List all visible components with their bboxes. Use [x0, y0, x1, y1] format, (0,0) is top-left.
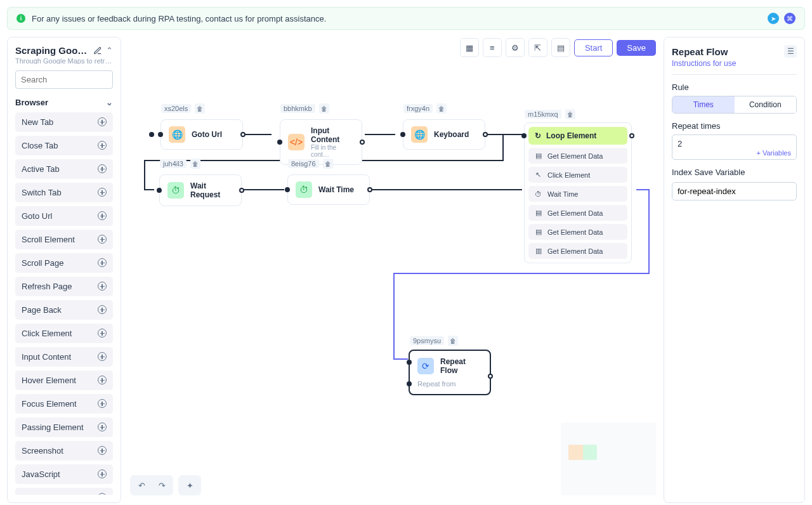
- loop-child[interactable]: ▤Get Element Data: [528, 205, 627, 221]
- left-panel: Scraping Google… ⌃ Through Google Maps t…: [7, 37, 121, 503]
- action-label: Screenshot: [22, 446, 63, 456]
- node-wait-time[interactable]: 8eisg76🗑 ⏱Wait Time: [287, 174, 370, 205]
- action-label: Active Tab: [22, 164, 60, 174]
- action-item[interactable]: Switch Tab: [15, 183, 113, 202]
- action-item[interactable]: Close Tab: [15, 136, 113, 155]
- delete-icon[interactable]: 🗑: [190, 159, 200, 169]
- action-label: Refresh Page: [22, 282, 72, 291]
- add-icon[interactable]: [98, 493, 107, 495]
- loop-child[interactable]: ⏱Wait Time: [528, 186, 627, 202]
- add-icon[interactable]: [98, 164, 107, 173]
- add-icon[interactable]: [98, 376, 107, 384]
- redo-button[interactable]: ↷: [153, 478, 171, 493]
- action-item[interactable]: Focus Element: [15, 394, 113, 414]
- instructions-link[interactable]: Instructions for use: [672, 59, 797, 68]
- category-header[interactable]: Browser ⌄: [15, 98, 113, 107]
- add-icon[interactable]: [98, 235, 107, 244]
- loop-child[interactable]: ▥Get Element Data: [528, 243, 627, 259]
- child-icon: ↖: [534, 171, 542, 179]
- flow-canvas[interactable]: xs20els🗑 🌐Goto Url bbhkmkb🗑 </>Input Con…: [129, 37, 656, 503]
- start-button[interactable]: Start: [574, 39, 613, 56]
- add-icon[interactable]: [98, 469, 107, 478]
- notes-icon[interactable]: ▤: [551, 38, 570, 57]
- add-icon[interactable]: [98, 211, 107, 220]
- times-tab[interactable]: Times: [672, 96, 735, 113]
- category-label: Browser: [15, 98, 48, 107]
- action-item[interactable]: Cookie Manager: [15, 488, 113, 495]
- action-item[interactable]: Screenshot: [15, 441, 113, 461]
- action-item[interactable]: Scroll Element: [15, 230, 113, 249]
- delete-icon[interactable]: 🗑: [195, 103, 205, 114]
- action-label: Focus Element: [22, 399, 77, 409]
- action-item[interactable]: Active Tab: [15, 159, 113, 179]
- bottom-toolbar: ↶ ↷ ✦: [130, 475, 201, 495]
- data-icon[interactable]: ≡: [483, 38, 502, 57]
- action-item[interactable]: JavaScript: [15, 464, 113, 484]
- list-icon[interactable]: ☰: [784, 45, 797, 58]
- loop-child[interactable]: ▤Get Element Data: [528, 148, 627, 164]
- add-icon[interactable]: [98, 399, 107, 408]
- add-icon[interactable]: [98, 188, 107, 197]
- delete-icon[interactable]: 🗑: [323, 159, 333, 169]
- undo-button[interactable]: ↶: [133, 478, 150, 493]
- info-icon: i: [16, 14, 25, 23]
- grid-icon[interactable]: ▦: [460, 38, 479, 57]
- action-item[interactable]: Page Back: [15, 300, 113, 320]
- add-icon[interactable]: [98, 423, 107, 431]
- magic-button[interactable]: ✦: [181, 478, 199, 493]
- variables-link[interactable]: + Variables: [756, 149, 791, 157]
- node-repeat-flow[interactable]: 9psmysu🗑 ⟳Repeat Flow Repeat from: [409, 350, 491, 395]
- action-label: Cookie Manager: [22, 493, 82, 495]
- save-button[interactable]: Save: [617, 40, 656, 56]
- delete-icon[interactable]: 🗑: [319, 103, 329, 114]
- loop-child[interactable]: ↖Click Element: [528, 167, 627, 183]
- node-keyboard[interactable]: frxgy4n🗑 🌐Keyboard: [403, 119, 485, 150]
- delete-icon[interactable]: 🗑: [436, 103, 447, 114]
- timer-icon: ⏱: [167, 182, 184, 199]
- loop-child[interactable]: ▤Get Element Data: [528, 224, 627, 240]
- add-icon[interactable]: [98, 141, 107, 150]
- add-icon[interactable]: [98, 352, 107, 361]
- add-icon[interactable]: [98, 446, 107, 455]
- add-icon[interactable]: [98, 282, 107, 291]
- action-item[interactable]: Click Element: [15, 324, 113, 343]
- action-label: Goto Url: [22, 211, 52, 221]
- action-item[interactable]: Passing Element: [15, 417, 113, 437]
- add-icon[interactable]: [98, 117, 107, 126]
- settings-icon[interactable]: ⚙: [506, 38, 525, 57]
- delete-icon[interactable]: 🗑: [565, 109, 575, 119]
- collapse-icon[interactable]: ⌃: [106, 46, 113, 55]
- discord-icon[interactable]: ⌘: [784, 13, 796, 24]
- repeat-times-value[interactable]: 2: [678, 139, 682, 148]
- add-icon[interactable]: [98, 258, 107, 267]
- node-loop-element[interactable]: m15kmxq🗑 ↻Loop Element ▤Get Element Data…: [524, 122, 632, 263]
- action-label: Input Content: [22, 352, 71, 362]
- action-item[interactable]: Input Content: [15, 347, 113, 367]
- action-item[interactable]: New Tab: [15, 112, 113, 132]
- child-label: Get Element Data: [547, 228, 603, 236]
- action-item[interactable]: Scroll Page: [15, 253, 113, 273]
- edit-icon[interactable]: [93, 46, 102, 55]
- action-label: Scroll Element: [22, 235, 75, 244]
- index-input[interactable]: [672, 182, 797, 200]
- action-item[interactable]: Goto Url: [15, 206, 113, 226]
- add-icon[interactable]: [98, 305, 107, 314]
- action-item[interactable]: Hover Element: [15, 371, 113, 390]
- node-wait-request[interactable]: juh4il3🗑 ⏱Wait Request: [159, 174, 242, 206]
- node-title: Goto Url: [192, 130, 222, 139]
- search-input[interactable]: [15, 70, 113, 89]
- svg-point-0: [149, 132, 154, 137]
- minimap[interactable]: [561, 423, 656, 495]
- condition-tab[interactable]: Condition: [735, 96, 797, 113]
- node-goto-url[interactable]: xs20els🗑 🌐Goto Url: [160, 119, 243, 150]
- telegram-icon[interactable]: ➤: [768, 13, 779, 24]
- canvas-wrap: ▦ ≡ ⚙ ⇱ ▤ Start Save: [129, 37, 656, 503]
- export-icon[interactable]: ⇱: [528, 38, 547, 57]
- project-header: Scraping Google… ⌃: [15, 45, 113, 56]
- child-icon: ▤: [534, 209, 542, 217]
- delete-icon[interactable]: 🗑: [448, 336, 458, 346]
- add-icon[interactable]: [98, 329, 107, 338]
- action-item[interactable]: Refresh Page: [15, 277, 113, 296]
- repeat-from-label: Repeat from: [417, 380, 482, 388]
- actions-list: New TabClose TabActive TabSwitch TabGoto…: [15, 112, 113, 495]
